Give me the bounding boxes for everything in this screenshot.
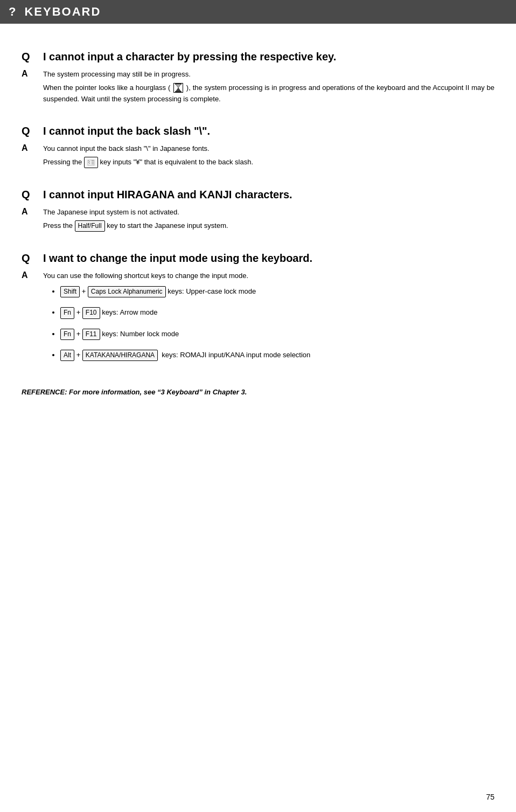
question-text-2: I cannot input the back slash "\".: [43, 124, 210, 138]
a-label-4: A: [22, 270, 34, 280]
key-katakana: KATAKANA/HIRAGANA: [82, 350, 158, 361]
question-row-4: Q I want to change the input mode using …: [22, 251, 494, 265]
shortcut-list: Shift + Caps Lock Alphanumeric keys: Upp…: [60, 286, 494, 361]
list-item-1: Shift + Caps Lock Alphanumeric keys: Upp…: [60, 286, 494, 297]
key-alt: Alt: [60, 350, 74, 361]
question-text-3: I cannot input HIRAGANA and KANJI charac…: [43, 188, 292, 202]
list-item-4: Alt + KATAKANA/HIRAGANA keys: ROMAJI inp…: [60, 350, 494, 361]
a-label-3: A: [22, 207, 34, 217]
hourglass-icon: [173, 83, 183, 93]
list-item-3: Fn + F11 keys: Number lock mode: [60, 329, 494, 340]
question-row-3: Q I cannot input HIRAGANA and KANJI char…: [22, 188, 494, 202]
qa-section-1: Q I cannot input a character by pressing…: [22, 50, 494, 107]
answer-content-3: The Japanese input system is not activat…: [43, 207, 494, 234]
answer-line-1-1: The system processing may still be in pr…: [43, 69, 494, 80]
answer-content-1: The system processing may still be in pr…: [43, 69, 494, 107]
reference-text: REFERENCE: For more information, see “3 …: [22, 388, 247, 396]
q-label-3: Q: [22, 189, 34, 201]
key-fn-2: Fn: [60, 329, 74, 340]
answer-line-3-1: The Japanese input system is not activat…: [43, 207, 494, 218]
list-item-2: Fn + F10 keys: Arrow mode: [60, 307, 494, 318]
answer-intro-4: You can use the following shortcut keys …: [43, 270, 494, 282]
answer-line-2-1: You cannot input the back slash "\" in J…: [43, 143, 494, 155]
answer-line-2-2: Pressing the key inputs "¥" that is equi…: [43, 157, 494, 168]
reference-section: REFERENCE: For more information, see “3 …: [22, 388, 494, 396]
answer-line-3-2: Press the Half/Full key to start the Jap…: [43, 220, 494, 232]
qa-section-2: Q I cannot input the back slash "\". A Y…: [22, 124, 494, 170]
qa-section-3: Q I cannot input HIRAGANA and KANJI char…: [22, 188, 494, 234]
question-text-4: I want to change the input mode using th…: [43, 251, 312, 265]
a-label-1: A: [22, 69, 34, 79]
key-f11: F11: [82, 329, 100, 340]
question-text-1: I cannot input a character by pressing t…: [43, 50, 336, 64]
key-half-full: Half/Full: [75, 220, 105, 232]
answer-row-4: A You can use the following shortcut key…: [22, 270, 494, 371]
page-content: Q I cannot input a character by pressing…: [0, 24, 516, 418]
a-label-2: A: [22, 143, 34, 153]
key-caps-lock: Caps Lock Alphanumeric: [88, 286, 166, 297]
question-row-2: Q I cannot input the back slash "\".: [22, 124, 494, 138]
key-fn-1: Fn: [60, 307, 74, 318]
page-title: KEYBOARD: [24, 5, 101, 19]
answer-row-1: A The system processing may still be in …: [22, 69, 494, 107]
key-shift: Shift: [60, 286, 80, 297]
page-number: 75: [486, 793, 494, 801]
answer-content-2: You cannot input the back slash "\" in J…: [43, 143, 494, 170]
page-header: ? KEYBOARD: [0, 0, 516, 24]
key-backslash: [84, 157, 98, 168]
header-question-mark: ?: [9, 5, 16, 19]
answer-content-4: You can use the following shortcut keys …: [43, 270, 494, 371]
answer-row-2: A You cannot input the back slash "\" in…: [22, 143, 494, 170]
answer-line-1-2: When the pointer looks like a hourglass …: [43, 82, 494, 105]
q-label-2: Q: [22, 125, 34, 137]
q-label-1: Q: [22, 51, 34, 63]
q-label-4: Q: [22, 252, 34, 265]
key-f10: F10: [82, 307, 100, 318]
qa-section-4: Q I want to change the input mode using …: [22, 251, 494, 371]
answer-row-3: A The Japanese input system is not activ…: [22, 207, 494, 234]
question-row-1: Q I cannot input a character by pressing…: [22, 50, 494, 64]
